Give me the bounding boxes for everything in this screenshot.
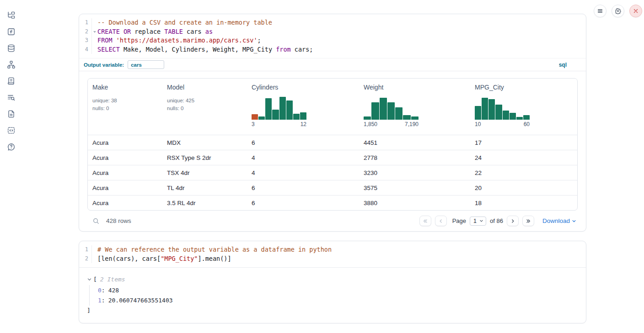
table-row: Acura3.5 RL 4dr6388018 (88, 195, 577, 210)
histogram-bar (395, 107, 402, 120)
shutdown-button[interactable] (629, 5, 642, 17)
table-cell: 3575 (359, 180, 470, 195)
table-row: AcuraMDX6445117 (88, 135, 577, 150)
column-name[interactable]: Model (167, 84, 243, 91)
table-cell: 4451 (359, 135, 470, 150)
last-page-button[interactable] (522, 216, 534, 226)
histogram-bar (279, 97, 286, 120)
table-cell: Acura (88, 135, 162, 150)
table-cell: Acura (88, 180, 162, 195)
code-line[interactable]: 3FROM 'https://datasets.marimo.app/cars.… (79, 36, 586, 45)
histogram-bar (371, 102, 379, 120)
code-token: -- Download a CSV and create an in-memor… (97, 19, 272, 26)
histogram-bar (411, 116, 419, 120)
histogram-bar (510, 113, 516, 120)
column-name[interactable]: Make (92, 84, 159, 91)
code-text: CREATE OR replace TABLE cars as (92, 27, 213, 37)
first-page-button[interactable] (419, 216, 431, 226)
download-button[interactable]: Download (542, 217, 576, 224)
code-line[interactable]: 1-- Download a CSV and create an in-memo… (79, 18, 586, 27)
page-total: of 86 (490, 217, 503, 224)
column-name[interactable]: Weight (364, 84, 467, 91)
table-cell: 3.5 RL 4dr (162, 195, 247, 210)
histogram-min-label: 1,850 (364, 121, 377, 127)
page-select[interactable]: 1 (470, 217, 486, 226)
table-cell: 17 (470, 135, 577, 150)
column-header-model: Modelunique: 425nulls: 0 (162, 79, 247, 135)
table-cell: 3880 (359, 195, 470, 210)
page-label: Page (452, 217, 466, 224)
chevron-down-icon[interactable] (87, 277, 92, 282)
table-cell: 18 (470, 195, 577, 210)
column-header-cylinders: Cylinders312 (247, 79, 359, 135)
next-page-button[interactable] (507, 216, 519, 226)
histogram-max-label: 60 (524, 121, 530, 127)
table-cell: 20 (470, 180, 577, 195)
help-icon[interactable] (6, 142, 16, 152)
histogram-bar (300, 112, 306, 120)
functions-icon[interactable] (6, 26, 16, 37)
code-line[interactable]: 4SELECT Make, Model, Cylinders, Weight, … (79, 45, 586, 54)
code-token: TABLE (164, 28, 183, 35)
marimo-app: 1-- Download a CSV and create an in-memo… (0, 0, 644, 333)
tree-entry: 0:428 (98, 285, 579, 296)
column-name[interactable]: MPG_City (475, 84, 574, 91)
file-tree-icon[interactable] (6, 10, 16, 20)
output-variable-input[interactable] (128, 60, 164, 69)
dependency-graph-icon[interactable] (6, 59, 16, 69)
table-cell: 22 (470, 165, 577, 180)
python-code-editor[interactable]: 1# We can reference the output variable … (79, 241, 586, 267)
snippets-icon[interactable] (6, 125, 16, 135)
histogram-range: 312 (252, 121, 306, 127)
code-text: -- Download a CSV and create an in-memor… (92, 18, 272, 27)
table-output: Makeunique: 38nulls: 0Modelunique: 425nu… (79, 71, 586, 231)
menu-button[interactable] (594, 5, 606, 17)
histogram-bar (252, 114, 258, 120)
scratchpad-icon[interactable] (6, 76, 16, 86)
code-token: replace (131, 28, 164, 35)
histogram-min-label: 3 (252, 121, 255, 127)
histogram-bar (265, 98, 272, 120)
code-token: FROM (97, 37, 113, 44)
column-header-weight: Weight1,8507,190 (359, 79, 470, 135)
chevron-down-icon (572, 219, 576, 223)
code-token: OR (123, 28, 131, 35)
tree-entry-key: 1 (98, 297, 102, 304)
menu-icon (597, 8, 603, 14)
column-name[interactable]: Cylinders (252, 84, 355, 91)
logs-icon[interactable] (6, 92, 16, 102)
table-cell: 4 (247, 150, 359, 165)
tree-entry-colon: : (102, 297, 105, 304)
datasources-icon[interactable] (6, 43, 16, 53)
code-token (113, 37, 116, 44)
language-badge[interactable]: sql (559, 62, 567, 68)
documentation-icon[interactable] (6, 109, 16, 119)
python-cell: 1# We can reference the output variable … (79, 241, 586, 323)
close-bracket: ] (87, 306, 579, 315)
histogram-bar (488, 99, 495, 120)
code-line[interactable]: 2[len(cars), cars["MPG_City"].mean()] (79, 254, 586, 264)
search-icon[interactable] (92, 217, 100, 225)
prev-page-button[interactable] (435, 216, 447, 226)
histogram-bar (387, 102, 395, 120)
table-cell: Acura (88, 195, 162, 210)
settings-button[interactable] (612, 5, 624, 17)
code-line[interactable]: 1# We can reference the output variable … (79, 245, 586, 254)
sql-cell: 1-- Download a CSV and create an in-memo… (79, 14, 586, 232)
histogram-bar (523, 115, 530, 120)
code-token: ].mean()] (198, 255, 231, 262)
histogram-bar (286, 100, 293, 120)
code-token: as (205, 28, 213, 35)
line-number: 2 (79, 254, 92, 264)
column-stat: nulls: 0 (167, 105, 243, 112)
line-number: 3 (79, 36, 92, 45)
fold-chevron-icon[interactable] (93, 31, 96, 33)
code-token: CREATE (97, 28, 120, 35)
histogram-min-label: 10 (475, 121, 481, 127)
tree-entry-colon: : (102, 287, 105, 294)
sql-code-editor[interactable]: 1-- Download a CSV and create an in-memo… (79, 14, 586, 58)
code-line[interactable]: 2CREATE OR replace TABLE cars as (79, 27, 586, 37)
table-cell: 24 (470, 150, 577, 165)
tree-entry-value: 428 (108, 287, 119, 294)
histogram-bar (516, 117, 523, 120)
